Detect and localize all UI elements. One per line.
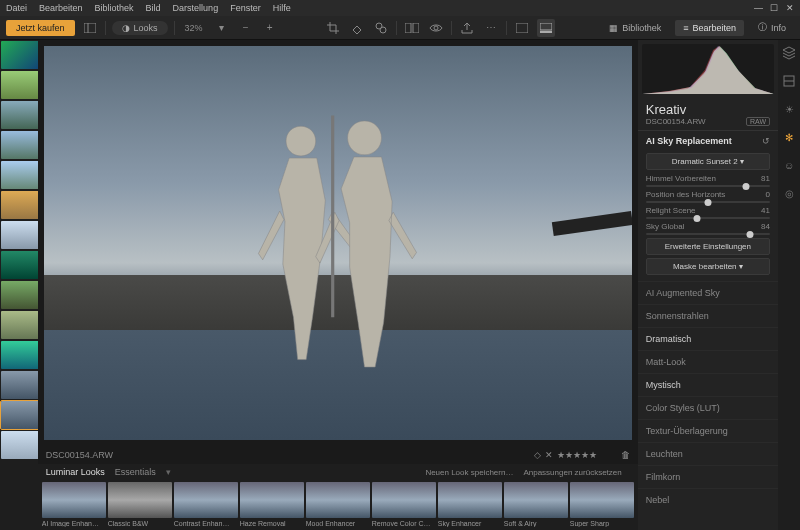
menu-darstellung[interactable]: Darstellung bbox=[173, 3, 219, 13]
tool-filmkorn[interactable]: Filmkorn bbox=[638, 465, 778, 488]
chevron-down-icon[interactable]: ▾ bbox=[166, 467, 171, 477]
thumb[interactable] bbox=[1, 251, 38, 279]
slider-sky-global[interactable]: Sky Global84 bbox=[646, 222, 770, 235]
thumb[interactable] bbox=[1, 341, 38, 369]
eye-icon[interactable] bbox=[427, 19, 445, 37]
look-item[interactable]: Haze Removal bbox=[240, 482, 304, 527]
flag-icon[interactable]: ◇ bbox=[534, 450, 541, 460]
slider-himmel-vorbereiten[interactable]: Himmel Vorbereiten81 bbox=[646, 174, 770, 187]
minimize-icon[interactable]: — bbox=[754, 3, 762, 13]
thumb[interactable] bbox=[1, 371, 38, 399]
save-look-button[interactable]: Neuen Look speichern… bbox=[425, 468, 513, 477]
close-icon[interactable]: ✕ bbox=[786, 3, 794, 13]
menu-bild[interactable]: Bild bbox=[146, 3, 161, 13]
look-item[interactable]: Sky Enhancer bbox=[438, 482, 502, 527]
canvas-icon[interactable] bbox=[782, 74, 796, 88]
tool-leuchten[interactable]: Leuchten bbox=[638, 442, 778, 465]
tool-nebel[interactable]: Nebel bbox=[638, 488, 778, 511]
look-item[interactable]: Remove Color C… bbox=[372, 482, 436, 527]
tool-mystisch[interactable]: Mystisch bbox=[638, 373, 778, 396]
layers-icon[interactable] bbox=[782, 46, 796, 60]
thumb[interactable] bbox=[1, 161, 38, 189]
reset-icon[interactable]: ↺ bbox=[762, 136, 770, 146]
thumb[interactable] bbox=[1, 131, 38, 159]
slider-horizon-position[interactable]: Position des Horizonts0 bbox=[646, 190, 770, 203]
thumb[interactable] bbox=[1, 41, 38, 69]
zoom-out-button[interactable]: − bbox=[237, 19, 255, 37]
thumb[interactable] bbox=[1, 71, 38, 99]
buy-button[interactable]: Jetzt kaufen bbox=[6, 20, 75, 36]
reject-icon[interactable]: ✕ bbox=[545, 450, 553, 460]
tool-textur[interactable]: Textur-Überlagerung bbox=[638, 419, 778, 442]
view-single-icon[interactable] bbox=[513, 19, 531, 37]
sliders-icon: ≡ bbox=[683, 23, 688, 33]
thumb[interactable] bbox=[1, 191, 38, 219]
menubar: Datei Bearbeiten Bibliothek Bild Darstel… bbox=[0, 0, 800, 16]
zoom-level[interactable]: 32% bbox=[181, 23, 207, 33]
thumb[interactable] bbox=[1, 311, 38, 339]
menu-bibliothek[interactable]: Bibliothek bbox=[95, 3, 134, 13]
look-item[interactable]: Contrast Enhan… bbox=[174, 482, 238, 527]
tool-dramatisch[interactable]: Dramatisch bbox=[638, 327, 778, 350]
view-filmstrip-icon[interactable] bbox=[537, 19, 555, 37]
maximize-icon[interactable]: ☐ bbox=[770, 3, 778, 13]
menu-bearbeiten[interactable]: Bearbeiten bbox=[39, 3, 83, 13]
svg-rect-0 bbox=[84, 23, 96, 33]
pro-icon[interactable]: ◎ bbox=[782, 186, 796, 200]
essentials-icon[interactable]: ☀ bbox=[782, 102, 796, 116]
looks-tab-luminar[interactable]: Luminar Looks bbox=[46, 467, 105, 477]
look-item[interactable]: AI Image Enhan… bbox=[42, 482, 106, 527]
looks-tab-essentials[interactable]: Essentials bbox=[115, 467, 156, 477]
mode-library[interactable]: ▦Bibliothek bbox=[601, 20, 669, 36]
look-item[interactable]: Mood Enhancer bbox=[306, 482, 370, 527]
tool-color-styles[interactable]: Color Styles (LUT) bbox=[638, 396, 778, 419]
menu-hilfe[interactable]: Hilfe bbox=[273, 3, 291, 13]
sky-preset-dropdown[interactable]: Dramatic Sunset 2 ▾ bbox=[646, 153, 770, 170]
svg-rect-7 bbox=[516, 23, 528, 33]
thumb[interactable] bbox=[1, 221, 38, 249]
looks-dropdown[interactable]: ◑ Looks bbox=[112, 21, 168, 35]
star-icon[interactable]: ★★★★★ bbox=[557, 450, 597, 460]
thumb[interactable] bbox=[1, 101, 38, 129]
advanced-settings-button[interactable]: Erweiterte Einstellungen bbox=[646, 238, 770, 255]
looks-icon: ◑ bbox=[122, 23, 130, 33]
tool-ai-sky-replacement: AI Sky Replacement ↺ Dramatic Sunset 2 ▾… bbox=[638, 130, 778, 281]
histogram[interactable] bbox=[642, 44, 774, 94]
mode-info[interactable]: ⓘInfo bbox=[750, 18, 794, 37]
reset-adjustments-button[interactable]: Anpassungen zurücksetzen bbox=[523, 468, 621, 477]
portrait-icon[interactable]: ☺ bbox=[782, 158, 796, 172]
thumb[interactable] bbox=[1, 431, 38, 459]
clone-icon[interactable] bbox=[372, 19, 390, 37]
mode-edit[interactable]: ≡Bearbeiten bbox=[675, 20, 744, 36]
zoom-in-button[interactable]: + bbox=[261, 19, 279, 37]
crop-icon[interactable] bbox=[324, 19, 342, 37]
svg-rect-5 bbox=[413, 23, 419, 33]
edit-mask-button[interactable]: Maske bearbeiten ▾ bbox=[646, 258, 770, 275]
creative-icon[interactable]: ✻ bbox=[782, 130, 796, 144]
chevron-down-icon[interactable]: ▾ bbox=[213, 19, 231, 37]
svg-rect-9 bbox=[540, 31, 552, 33]
look-item[interactable]: Soft & Airy bbox=[504, 482, 568, 527]
sidebar-toggle-icon[interactable] bbox=[81, 19, 99, 37]
filename-bar: DSC00154.ARW ◇ ✕ ★★★★★ 🗑 bbox=[38, 446, 638, 464]
tool-name[interactable]: AI Sky Replacement bbox=[646, 136, 732, 146]
trash-icon[interactable]: 🗑 bbox=[621, 450, 630, 460]
tool-matt-look[interactable]: Matt-Look bbox=[638, 350, 778, 373]
image-canvas[interactable] bbox=[38, 40, 638, 446]
eraser-icon[interactable] bbox=[348, 19, 366, 37]
look-item[interactable]: Classic B&W bbox=[108, 482, 172, 527]
thumb[interactable] bbox=[1, 281, 38, 309]
share-icon[interactable] bbox=[458, 19, 476, 37]
filmstrip-left[interactable] bbox=[0, 40, 38, 530]
tool-sonnenstrahlen[interactable]: Sonnenstrahlen bbox=[638, 304, 778, 327]
look-item[interactable]: Super Sharp bbox=[570, 482, 634, 527]
looks-strip[interactable]: AI Image Enhan… Classic B&W Contrast Enh… bbox=[38, 480, 638, 530]
svg-rect-4 bbox=[405, 23, 411, 33]
dots-icon[interactable]: ⋯ bbox=[482, 19, 500, 37]
slider-relight-scene[interactable]: Relight Scene41 bbox=[646, 206, 770, 219]
tool-ai-augmented-sky[interactable]: AI Augmented Sky bbox=[638, 281, 778, 304]
menu-fenster[interactable]: Fenster bbox=[230, 3, 261, 13]
menu-datei[interactable]: Datei bbox=[6, 3, 27, 13]
compare-icon[interactable] bbox=[403, 19, 421, 37]
thumb-selected[interactable] bbox=[1, 401, 38, 429]
